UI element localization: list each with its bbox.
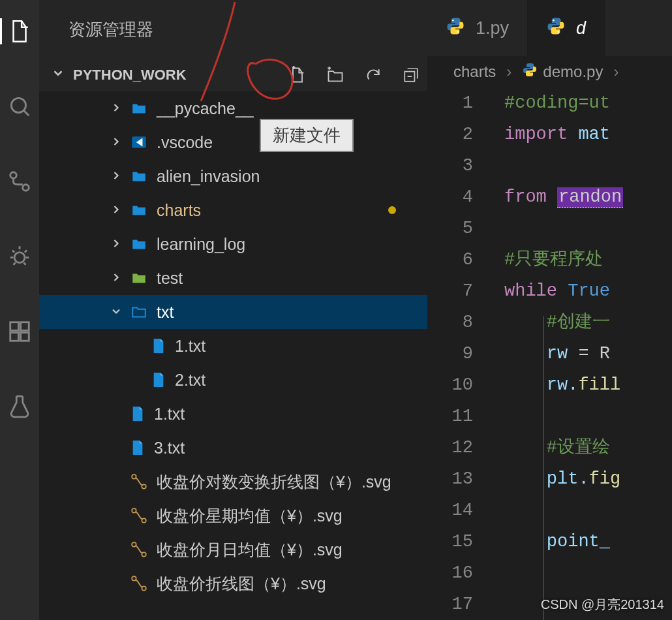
tooltip-new-file: 新建文件 bbox=[260, 119, 354, 152]
file-icon bbox=[130, 575, 147, 592]
tree-item[interactable]: 收盘价折线图（¥）.svg bbox=[39, 566, 427, 600]
svg-point-0 bbox=[11, 98, 25, 112]
section-name: PYTHON_WORK bbox=[73, 67, 187, 84]
tree-label: charts bbox=[157, 201, 201, 220]
refresh-icon[interactable] bbox=[363, 65, 383, 85]
tree-item[interactable]: __pycache__ bbox=[39, 91, 427, 125]
chevron-right-icon: › bbox=[506, 63, 512, 81]
svg-point-21 bbox=[558, 31, 560, 33]
tabs: 1.py d bbox=[427, 0, 672, 56]
explorer-sidebar: 资源管理器 PYTHON_WORK __pycache__.vscodealie… bbox=[39, 0, 427, 620]
svg-point-18 bbox=[452, 20, 454, 22]
file-icon bbox=[130, 405, 145, 422]
file-icon bbox=[130, 236, 147, 253]
svg-point-1 bbox=[10, 172, 17, 179]
tab-label: d bbox=[576, 18, 586, 39]
tree-item[interactable]: 2.txt bbox=[39, 363, 427, 397]
chevron-icon bbox=[110, 99, 123, 118]
modified-dot bbox=[388, 206, 396, 214]
breadcrumb-folder[interactable]: charts bbox=[453, 63, 496, 81]
breadcrumb-file[interactable]: demo.py bbox=[543, 63, 603, 81]
activity-bar bbox=[0, 0, 39, 620]
chevron-icon bbox=[110, 133, 123, 152]
tree-item[interactable]: txt bbox=[39, 295, 427, 329]
svg-rect-4 bbox=[10, 322, 19, 331]
svg-point-20 bbox=[553, 20, 555, 22]
tree-item[interactable]: 1.txt bbox=[39, 329, 427, 363]
testing-activity[interactable] bbox=[0, 387, 39, 426]
section-header[interactable]: PYTHON_WORK bbox=[39, 59, 427, 91]
new-file-icon[interactable] bbox=[288, 65, 307, 85]
tree-item[interactable]: charts bbox=[39, 193, 427, 227]
tree-label: learning_log bbox=[157, 235, 245, 254]
tree-label: __pycache__ bbox=[157, 99, 254, 118]
scm-activity[interactable] bbox=[0, 162, 39, 201]
tree-item[interactable]: 1.txt bbox=[39, 397, 427, 431]
file-icon bbox=[130, 541, 147, 558]
svg-rect-5 bbox=[21, 322, 29, 331]
tree-label: txt bbox=[157, 303, 174, 322]
extensions-activity[interactable] bbox=[0, 312, 39, 351]
tree-label: alien_invasion bbox=[157, 167, 260, 186]
file-icon bbox=[130, 507, 147, 524]
file-icon bbox=[130, 473, 147, 490]
watermark: CSDN @月亮201314 bbox=[541, 596, 664, 613]
indent-guide bbox=[543, 316, 544, 620]
tree-label: 2.txt bbox=[175, 371, 206, 390]
tree-item[interactable]: alien_invasion bbox=[39, 159, 427, 193]
tree-item[interactable]: test bbox=[39, 261, 427, 295]
chevron-icon bbox=[110, 235, 123, 254]
file-icon bbox=[130, 303, 147, 320]
tree-item[interactable]: learning_log bbox=[39, 227, 427, 261]
python-icon bbox=[546, 16, 566, 40]
tab-1py[interactable]: 1.py bbox=[427, 0, 528, 56]
file-tree: __pycache__.vscodealien_invasionchartsle… bbox=[39, 91, 427, 620]
chevron-icon bbox=[110, 303, 123, 322]
file-icon bbox=[130, 100, 147, 117]
tree-item[interactable]: 3.txt bbox=[39, 431, 427, 465]
file-icon bbox=[151, 337, 166, 354]
svg-point-3 bbox=[14, 253, 25, 263]
tree-label: 收盘价对数变换折线图（¥）.svg bbox=[157, 471, 391, 493]
file-icon bbox=[130, 134, 147, 151]
svg-point-19 bbox=[457, 31, 459, 33]
search-activity[interactable] bbox=[0, 87, 39, 126]
gutter: 1234567891011121314151617 bbox=[427, 87, 499, 620]
tree-item[interactable]: 收盘价对数变换折线图（¥）.svg bbox=[39, 465, 427, 499]
svg-point-2 bbox=[23, 185, 29, 191]
python-icon bbox=[522, 62, 538, 82]
file-icon bbox=[130, 168, 147, 185]
section-actions bbox=[288, 65, 421, 85]
tree-label: .vscode bbox=[157, 133, 213, 152]
tree-label: 收盘价月日均值（¥）.svg bbox=[157, 539, 343, 561]
breadcrumb[interactable]: charts › demo.py › bbox=[427, 56, 672, 87]
tree-item[interactable]: .vscode bbox=[39, 125, 427, 159]
tree-label: 收盘价星期均值（¥）.svg bbox=[157, 505, 343, 527]
file-icon bbox=[130, 439, 145, 456]
tree-label: 收盘价折线图（¥）.svg bbox=[157, 573, 326, 595]
chevron-icon bbox=[110, 269, 123, 288]
explorer-activity[interactable] bbox=[0, 12, 39, 51]
tree-item[interactable]: 收盘价星期均值（¥）.svg bbox=[39, 499, 427, 533]
tree-label: 1.txt bbox=[175, 337, 206, 356]
tab-label: 1.py bbox=[476, 18, 509, 39]
sidebar-title: 资源管理器 bbox=[39, 0, 427, 59]
new-folder-icon[interactable] bbox=[326, 65, 345, 85]
file-icon bbox=[151, 371, 166, 388]
python-icon bbox=[446, 16, 465, 40]
editor: 1.py d charts › demo.py › 12345678910111… bbox=[427, 0, 672, 620]
debug-activity[interactable] bbox=[0, 237, 39, 276]
tree-label: 1.txt bbox=[154, 405, 185, 424]
tree-label: 3.txt bbox=[154, 439, 185, 457]
chevron-icon bbox=[110, 167, 123, 186]
code-lines[interactable]: #coding=utimport mat from randon #只要程序处w… bbox=[499, 87, 672, 620]
chevron-right-icon: › bbox=[613, 63, 619, 81]
svg-rect-7 bbox=[21, 333, 29, 341]
file-icon bbox=[130, 270, 147, 287]
tab-demo[interactable]: d bbox=[528, 0, 605, 56]
collapse-all-icon[interactable] bbox=[401, 65, 421, 85]
tree-item[interactable]: 收盘价月日均值（¥）.svg bbox=[39, 533, 427, 566]
svg-rect-6 bbox=[10, 333, 19, 341]
chevron-down-icon bbox=[51, 66, 65, 84]
code-area[interactable]: 1234567891011121314151617 #coding=utimpo… bbox=[427, 87, 672, 620]
